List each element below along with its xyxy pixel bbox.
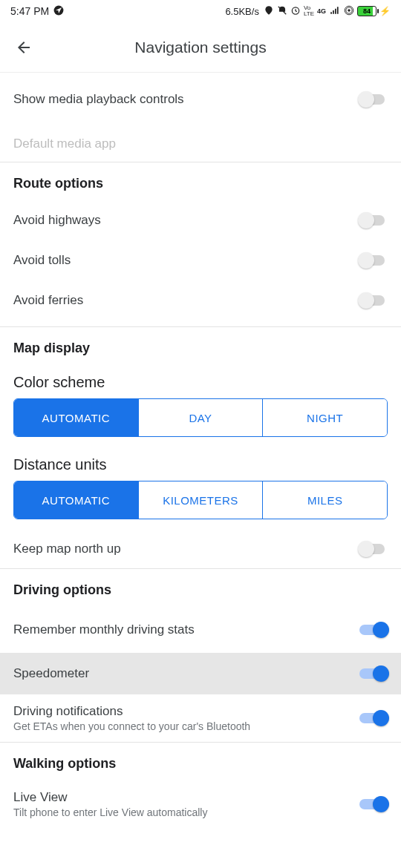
- avoid-ferries-row[interactable]: Avoid ferries: [0, 280, 401, 320]
- color-scheme-auto[interactable]: AUTOMATIC: [14, 399, 138, 436]
- alarm-icon: [290, 5, 301, 18]
- keep-north-row[interactable]: Keep map north up: [0, 530, 401, 568]
- hotspot-icon: [344, 5, 354, 18]
- live-view-row[interactable]: Live View Tilt phone to enter Live View …: [0, 780, 401, 828]
- avoid-highways-toggle[interactable]: [359, 212, 388, 228]
- status-time: 5:47 PM: [10, 5, 49, 17]
- map-display-header: Map display: [0, 327, 401, 365]
- avoid-tolls-label: Avoid tolls: [13, 253, 71, 268]
- default-media-row: Default media app: [0, 126, 401, 162]
- keep-north-label: Keep map north up: [13, 542, 121, 556]
- color-scheme-label: Color scheme: [0, 365, 401, 398]
- live-view-toggle[interactable]: [359, 796, 388, 812]
- live-view-label: Live View: [13, 790, 207, 805]
- walking-options-header: Walking options: [0, 743, 401, 780]
- svg-point-2: [348, 9, 351, 12]
- driving-notifications-toggle[interactable]: [359, 710, 388, 726]
- status-net-speed: 6.5KB/s: [225, 6, 259, 17]
- arrow-left-icon: [15, 39, 33, 56]
- avoid-highways-label: Avoid highways: [13, 213, 101, 228]
- media-playback-row[interactable]: Show media playback controls: [0, 73, 401, 126]
- driving-notifications-label: Driving notifications: [13, 704, 250, 719]
- avoid-tolls-row[interactable]: Avoid tolls: [0, 240, 401, 280]
- route-options-header: Route options: [0, 162, 401, 200]
- dnd-icon: [264, 5, 274, 18]
- location-icon: [53, 5, 64, 18]
- battery-icon: 84: [357, 6, 376, 16]
- distance-miles[interactable]: MILES: [262, 481, 387, 519]
- driving-options-header: Driving options: [0, 569, 401, 607]
- page-title: Navigation settings: [0, 39, 401, 56]
- keep-north-toggle[interactable]: [359, 541, 388, 557]
- driving-notifications-sub: Get ETAs when you connect to your car's …: [13, 720, 250, 732]
- speedometer-label: Speedometer: [13, 666, 89, 681]
- vibrate-icon: [277, 5, 287, 18]
- avoid-ferries-toggle[interactable]: [359, 292, 388, 309]
- media-playback-label: Show media playback controls: [13, 92, 184, 107]
- media-playback-toggle[interactable]: [359, 91, 388, 108]
- avoid-ferries-label: Avoid ferries: [13, 293, 83, 308]
- distance-auto[interactable]: AUTOMATIC: [14, 481, 138, 519]
- avoid-highways-row[interactable]: Avoid highways: [0, 200, 401, 240]
- color-scheme-night[interactable]: NIGHT: [262, 399, 387, 436]
- volte-icon: VoLTE: [304, 5, 314, 17]
- network-4g-icon: 4G: [317, 7, 326, 15]
- remember-stats-label: Remember monthly driving stats: [13, 622, 195, 637]
- live-view-sub: Tilt phone to enter Live View automatica…: [13, 806, 207, 818]
- back-button[interactable]: [3, 27, 45, 68]
- remember-stats-toggle[interactable]: [359, 622, 388, 638]
- default-media-label: Default media app: [13, 137, 116, 151]
- signal-icon: [329, 5, 341, 18]
- speedometer-row[interactable]: Speedometer: [0, 653, 401, 694]
- driving-notifications-row[interactable]: Driving notifications Get ETAs when you …: [0, 694, 401, 742]
- avoid-tolls-toggle[interactable]: [359, 252, 388, 269]
- remember-stats-row[interactable]: Remember monthly driving stats: [0, 607, 401, 653]
- speedometer-toggle[interactable]: [359, 665, 388, 682]
- app-bar: Navigation settings: [0, 22, 401, 73]
- status-bar: 5:47 PM 6.5KB/s VoLTE 4G 84 ⚡: [0, 0, 401, 22]
- color-scheme-segmented: AUTOMATIC DAY NIGHT: [13, 398, 388, 437]
- distance-units-segmented: AUTOMATIC KILOMETERS MILES: [13, 481, 388, 519]
- color-scheme-day[interactable]: DAY: [138, 399, 263, 436]
- distance-km[interactable]: KILOMETERS: [138, 481, 263, 519]
- distance-units-label: Distance units: [0, 447, 401, 481]
- charging-icon: ⚡: [379, 6, 391, 16]
